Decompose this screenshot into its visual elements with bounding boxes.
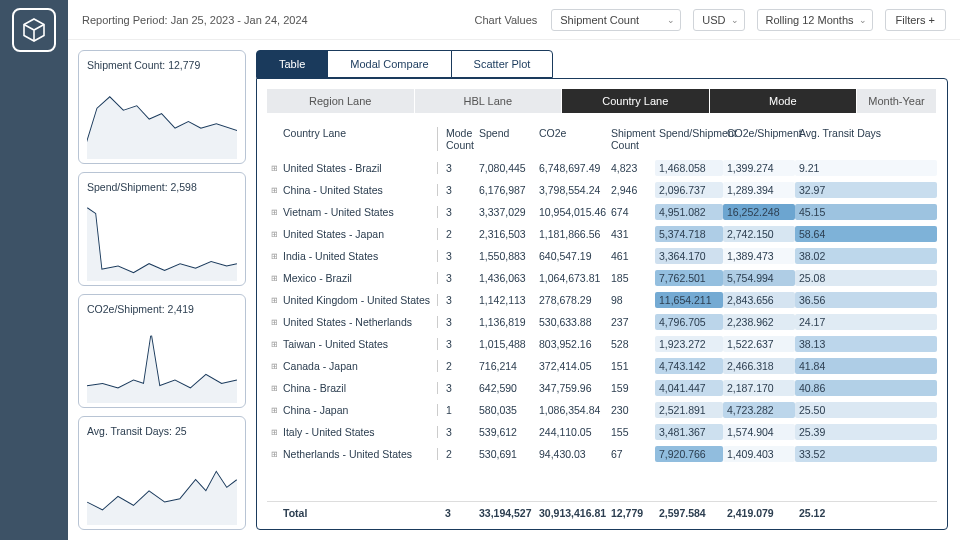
kpi-title: Spend/Shipment: 2,598 <box>87 181 237 193</box>
kpi-card[interactable]: Shipment Count: 12,779 <box>78 50 246 164</box>
kpi-card[interactable]: Avg. Transit Days: 25 <box>78 416 246 530</box>
cube-icon <box>20 16 48 44</box>
table-footer: Total 3 33,194,527 30,913,416.81 12,779 … <box>267 501 937 519</box>
expand-icon[interactable]: ⊞ <box>267 406 279 415</box>
chart-values-select[interactable]: Shipment Count⌄ <box>551 9 681 31</box>
grouptab-mode[interactable]: Mode <box>710 89 858 113</box>
grouptab-country-lane[interactable]: Country Lane <box>562 89 710 113</box>
expand-icon[interactable]: ⊞ <box>267 450 279 459</box>
col-spend-shipment[interactable]: Spend/Shipment <box>655 127 723 151</box>
expand-icon[interactable]: ⊞ <box>267 428 279 437</box>
chevron-down-icon: ⌄ <box>731 15 739 25</box>
reporting-period: Reporting Period: Jan 25, 2023 - Jan 24,… <box>82 14 308 26</box>
expand-icon[interactable]: ⊞ <box>267 362 279 371</box>
table-row[interactable]: ⊞United Kingdom - United States31,142,11… <box>267 289 937 311</box>
nav-rail <box>0 0 68 540</box>
app-logo[interactable] <box>12 8 56 52</box>
table-row[interactable]: ⊞Italy - United States3539,612244,110.05… <box>267 421 937 443</box>
table-row[interactable]: ⊞United States - Brazil37,080,4456,748,6… <box>267 157 937 179</box>
group-tabs: Region LaneHBL LaneCountry LaneModeMonth… <box>267 89 937 113</box>
expand-icon[interactable]: ⊞ <box>267 186 279 195</box>
table-row[interactable]: ⊞Mexico - Brazil31,436,0631,064,673.8118… <box>267 267 937 289</box>
tab-scatter-plot[interactable]: Scatter Plot <box>451 50 554 78</box>
kpi-title: Shipment Count: 12,779 <box>87 59 237 71</box>
kpi-card[interactable]: Spend/Shipment: 2,598 <box>78 172 246 286</box>
tab-modal-compare[interactable]: Modal Compare <box>327 50 451 78</box>
grouptab-region-lane[interactable]: Region Lane <box>267 89 415 113</box>
col-shipment-count[interactable]: Shipment Count <box>607 127 655 151</box>
col-avg-transit[interactable]: Avg. Transit Days <box>795 127 937 151</box>
col-lane[interactable]: Country Lane <box>279 127 437 151</box>
table-body[interactable]: ⊞United States - Brazil37,080,4456,748,6… <box>267 157 937 499</box>
kpi-title: Avg. Transit Days: 25 <box>87 425 237 437</box>
table-row[interactable]: ⊞China - Japan1580,0351,086,354.842302,5… <box>267 399 937 421</box>
kpi-card[interactable]: CO2e/Shipment: 2,419 <box>78 294 246 408</box>
tab-table[interactable]: Table <box>256 50 328 78</box>
col-co2e-shipment[interactable]: CO2e/Shipment <box>723 127 795 151</box>
table-row[interactable]: ⊞Vietnam - United States33,337,02910,954… <box>267 201 937 223</box>
table-row[interactable]: ⊞Taiwan - United States31,015,488803,952… <box>267 333 937 355</box>
table-row[interactable]: ⊞India - United States31,550,883640,547.… <box>267 245 937 267</box>
table-row[interactable]: ⊞China - Brazil3642,590347,759.961594,04… <box>267 377 937 399</box>
col-co2e[interactable]: CO2e <box>535 127 607 151</box>
topbar: Reporting Period: Jan 25, 2023 - Jan 24,… <box>68 0 960 40</box>
chevron-down-icon: ⌄ <box>667 15 675 25</box>
table-row[interactable]: ⊞United States - Japan22,316,5031,181,86… <box>267 223 937 245</box>
table-row[interactable]: ⊞Netherlands - United States2530,69194,4… <box>267 443 937 465</box>
expand-icon[interactable]: ⊞ <box>267 384 279 393</box>
expand-icon[interactable]: ⊞ <box>267 274 279 283</box>
expand-icon[interactable]: ⊞ <box>267 230 279 239</box>
grouptab-month-year[interactable]: Month-Year <box>857 89 937 113</box>
expand-icon[interactable]: ⊞ <box>267 252 279 261</box>
chart-values-label: Chart Values <box>474 14 537 26</box>
period-select[interactable]: Rolling 12 Months⌄ <box>757 9 873 31</box>
expand-icon[interactable]: ⊞ <box>267 164 279 173</box>
col-spend[interactable]: Spend <box>475 127 535 151</box>
kpi-sidebar: Shipment Count: 12,779Spend/Shipment: 2,… <box>78 50 246 530</box>
view-tabs: TableModal CompareScatter Plot <box>256 50 948 78</box>
sparkline <box>87 197 237 281</box>
sparkline <box>87 75 237 159</box>
expand-icon[interactable]: ⊞ <box>267 296 279 305</box>
sparkline <box>87 319 237 403</box>
expand-icon[interactable]: ⊞ <box>267 208 279 217</box>
table-row[interactable]: ⊞United States - Netherlands31,136,81953… <box>267 311 937 333</box>
chevron-down-icon: ⌄ <box>859 15 867 25</box>
kpi-title: CO2e/Shipment: 2,419 <box>87 303 237 315</box>
table-row[interactable]: ⊞Canada - Japan2716,214372,414.051514,74… <box>267 355 937 377</box>
table-header: Country Lane Mode Count Spend CO2e Shipm… <box>267 121 937 157</box>
expand-icon[interactable]: ⊞ <box>267 318 279 327</box>
currency-select[interactable]: USD⌄ <box>693 9 744 31</box>
grouptab-hbl-lane[interactable]: HBL Lane <box>415 89 563 113</box>
table-panel: Region LaneHBL LaneCountry LaneModeMonth… <box>256 78 948 530</box>
filters-button[interactable]: Filters + <box>885 9 946 31</box>
col-mode-count[interactable]: Mode Count <box>437 127 475 151</box>
sparkline <box>87 441 237 525</box>
table-row[interactable]: ⊞China - United States36,176,9873,798,55… <box>267 179 937 201</box>
expand-icon[interactable]: ⊞ <box>267 340 279 349</box>
